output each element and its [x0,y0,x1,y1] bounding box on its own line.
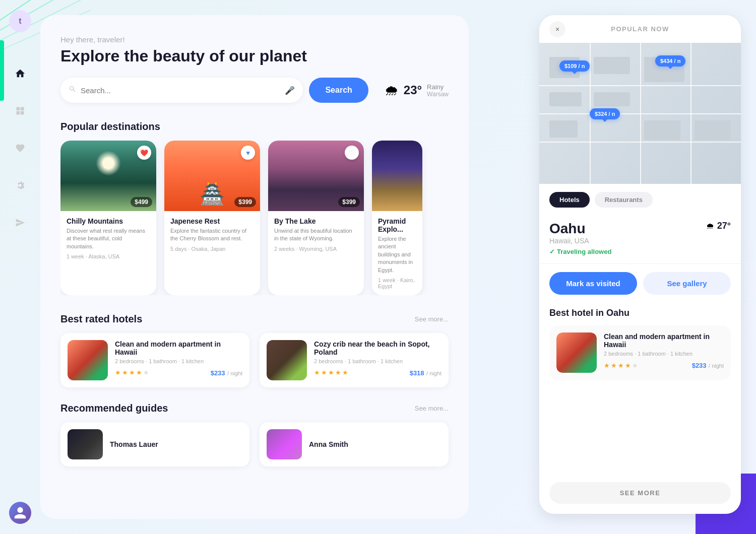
japanese-price: $399 [234,197,256,207]
sidebar-avatar[interactable]: t [9,10,31,32]
guide-card-thomas[interactable]: Thomas Lauer [60,422,249,466]
guide-name-anna: Anna Smith [309,440,348,448]
pyramid-desc: Explore the ancient buildings and monume… [378,235,416,274]
dest-detail-weather: 🌧 27° [706,221,731,231]
dest-card-lake[interactable]: $399 ♡ By The Lake Unwind at this beauti… [268,141,364,295]
pyramid-meta: 1 week · Kairo, Egypt [378,277,416,289]
star-2: ★ [321,369,327,376]
dest-detail-country: Hawaii, USA [549,237,589,245]
hotels-see-more[interactable]: See more... [415,315,449,323]
pyramid-info: Pyramid Explo... Explore the ancient bui… [372,211,422,295]
dest-card-img-lake: $399 ♡ [268,141,364,211]
dest-card-chilly[interactable]: $499 ❤️ Chilly Mountains Discover what r… [60,141,156,295]
chilly-name: Chilly Mountains [67,217,150,225]
tab-hotels[interactable]: Hotels [549,192,590,208]
panel-hotel-price: $233 / night [692,361,724,370]
see-gallery-button[interactable]: See gallery [643,272,731,295]
hotel-info-hawaii: Clean and modern apartment in Hawaii 2 b… [115,340,242,380]
dest-card-japanese[interactable]: $399 ♥ Japenese Rest Explore the fantast… [164,141,260,295]
dest-weather-icon: 🌧 [706,222,714,231]
hotel-img-hawaii [68,340,108,380]
japanese-heart-button[interactable]: ♥ [241,146,255,160]
panel-hotel-name: Clean and modern apartment in Hawaii [604,332,724,349]
hotel-info-sopot: Cozy crib near the beach in Sopot, Polan… [314,340,442,380]
star-4: ★ [136,369,142,376]
star-1: ★ [314,369,320,376]
hotels-row: Clean and modern apartment in Hawaii 2 b… [60,333,449,387]
search-button[interactable]: Search [309,78,368,103]
lake-info: By The Lake Unwind at this beautiful loc… [268,211,364,258]
action-buttons: Mark as visited See gallery [539,264,741,303]
panel-see-more-button[interactable]: SEE MORE [549,482,731,504]
camera-icon [15,180,25,190]
hotel-card-hawaii[interactable]: Clean and modern apartment in Hawaii 2 b… [60,333,249,387]
dest-detail-left: Oahu Hawaii, USA [549,221,589,246]
right-panel: × POPULAR NOW $109 / n $434 / n $324 / n [539,15,741,514]
tab-restaurants[interactable]: Restaurants [595,192,653,208]
lake-name: By The Lake [274,217,358,225]
sidebar-item-send[interactable] [9,212,31,234]
lake-price: $399 [338,197,360,207]
guide-img-anna [267,429,302,459]
sidebar-item-heart[interactable] [9,137,31,159]
panel-hotel-footer: ★ ★ ★ ★ ★ $233 / night [604,361,724,370]
main-content: Hey there, traveler! Explore the beauty … [40,15,469,519]
star-4: ★ [335,369,341,376]
hotel-img-sopot [267,340,307,380]
panel-title: POPULAR NOW [611,25,669,33]
sidebar-user-avatar[interactable] [9,502,31,524]
map-pin-3[interactable]: $324 / n [590,108,620,119]
map-area: $109 / n $434 / n $324 / n [539,43,741,184]
search-bar-icon [69,85,77,95]
search-input[interactable] [81,86,281,95]
headline: Explore the beauty of our planet [60,47,449,65]
guides-header: Recommended guides See more... [60,403,449,414]
japanese-desc: Explore the fantastic country of the Che… [170,227,254,243]
dest-card-img-chilly: $499 ❤️ [60,141,156,211]
lake-heart-button[interactable]: ♡ [345,146,359,160]
hotel-footer-sopot: ★ ★ ★ ★ ★ $318 / night [314,368,442,377]
panel-close-button[interactable]: × [549,21,565,37]
weather-info: Rainy Warsaw [427,83,449,98]
heart-icon [15,143,25,153]
traveling-badge: ✓ Traveling allowed [549,248,731,255]
chilly-heart-button[interactable]: ❤️ [137,146,151,160]
star-3: ★ [129,369,135,376]
mark-visited-button[interactable]: Mark as visited [549,272,637,295]
panel-hotel-img [556,332,597,373]
filter-tabs: Hotels Restaurants [539,184,741,216]
panel-hotel-card[interactable]: Clean and modern apartment in Hawaii 2 b… [549,325,731,380]
dest-detail-temp: 27° [717,221,731,231]
destination-detail: Oahu Hawaii, USA 🌧 27° ✓ Traveling allow… [539,216,741,264]
map-pin-2[interactable]: $434 / n [655,55,685,66]
dest-card-img-pyramid [372,141,422,211]
mic-icon[interactable]: 🎤 [285,86,295,95]
weather-temp: 23° [404,83,422,97]
user-avatar-icon [13,506,27,520]
guide-card-anna[interactable]: Anna Smith [260,422,449,466]
guides-title: Recommended guides [60,403,168,414]
star-5: ★ [342,369,348,376]
hotel-stars-hawaii: ★ ★ ★ ★ ★ [115,369,149,376]
home-icon [15,68,26,79]
hotel-card-sopot[interactable]: Cozy crib near the beach in Sopot, Polan… [260,333,449,387]
hotel-name-sopot: Cozy crib near the beach in Sopot, Polan… [314,340,442,356]
pyramid-image [372,141,422,211]
weather-city: Warsaw [427,91,449,98]
dest-card-pyramid[interactable]: Pyramid Explo... Explore the ancient bui… [372,141,422,295]
weather-description: Rainy [427,83,449,91]
sidebar-item-grid[interactable] [9,100,31,122]
star-5: ★ [143,369,149,376]
grid-icon [15,106,25,116]
chilly-price: $499 [131,197,152,207]
hotels-header: Best rated hotels See more... [60,313,449,325]
pyramid-name: Pyramid Explo... [378,217,416,233]
guides-see-more[interactable]: See more... [415,405,449,412]
sidebar-item-home[interactable] [9,62,31,85]
map-pin-1[interactable]: $109 / n [559,60,590,72]
hotel-footer-hawaii: ★ ★ ★ ★ ★ $233 / night [115,368,242,377]
sidebar-item-camera[interactable] [9,174,31,196]
dest-card-img-japanese: $399 ♥ [164,141,260,211]
hotel-price-hawaii: $233 / night [211,368,242,377]
send-icon [15,218,25,228]
